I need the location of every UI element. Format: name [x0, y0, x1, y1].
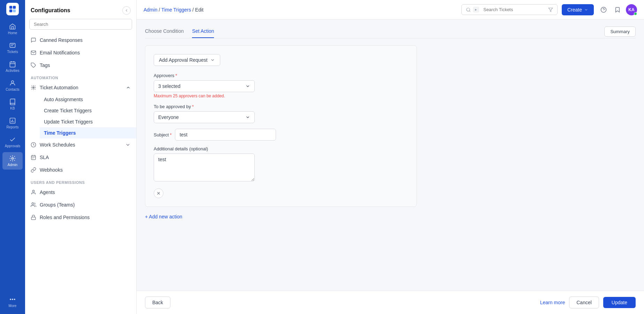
back-button[interactable]: Back: [145, 297, 170, 308]
breadcrumb-time-triggers[interactable]: Time Triggers: [161, 7, 191, 13]
sidebar-child-auto-assignments[interactable]: Auto Assignments: [40, 94, 136, 105]
home-icon: [9, 23, 16, 30]
sidebar-item-admin[interactable]: Admin: [2, 152, 23, 170]
agents-label: Agents: [40, 189, 55, 195]
groups-teams-label: Groups (Teams): [40, 202, 75, 208]
bookmark-button[interactable]: [612, 4, 623, 15]
subject-required-star: *: [170, 132, 171, 137]
breadcrumb-edit: Edit: [195, 7, 204, 13]
tab-set-action[interactable]: Set Action: [192, 28, 214, 38]
email-notifications-label: Email Notifications: [40, 50, 80, 55]
subject-label: Subject *: [154, 132, 171, 137]
additional-details-field: Additional details (optional) test: [154, 146, 408, 183]
cancel-button[interactable]: Cancel: [569, 297, 599, 308]
activities-icon: [9, 61, 16, 68]
admin-icon: [9, 155, 16, 162]
action-select-chevron-icon: [210, 58, 215, 62]
sidebar-item-webhooks[interactable]: Webhooks: [25, 164, 136, 176]
sidebar-child-time-triggers[interactable]: Time Triggers: [40, 127, 136, 139]
tab-choose-condition[interactable]: Choose Condition: [145, 28, 184, 38]
search-mode-badge[interactable]: ▸: [473, 7, 479, 13]
to-be-approved-label: To be approved by *: [154, 104, 408, 109]
svg-rect-5: [10, 62, 15, 67]
sidebar-search-input[interactable]: [29, 19, 132, 30]
breadcrumb-sep2: /: [192, 7, 195, 13]
search-icon: [466, 7, 471, 12]
additional-details-textarea[interactable]: test: [154, 154, 255, 181]
footer: Back Learn more Cancel Update: [137, 291, 644, 314]
help-button[interactable]: [598, 4, 609, 15]
sidebar-item-tickets[interactable]: Tickets: [2, 39, 23, 57]
page-content: Choose Condition Set Action Summary Add …: [137, 20, 644, 291]
tickets-label: Tickets: [7, 50, 18, 54]
svg-point-13: [33, 87, 34, 88]
learn-more-link[interactable]: Learn more: [540, 300, 565, 305]
work-schedules-left: Work Schedules: [31, 142, 75, 148]
topbar: Admin / Time Triggers / Edit ▸ Create: [137, 0, 644, 20]
sidebar-item-more[interactable]: More: [2, 293, 23, 311]
activities-label: Activities: [6, 69, 19, 73]
ticket-automation-parent-left: Ticket Automation: [31, 85, 78, 90]
close-action-button[interactable]: [154, 188, 163, 198]
webhooks-icon: [31, 167, 36, 173]
approvers-label: Approvers *: [154, 73, 408, 78]
canned-responses-icon: [31, 37, 36, 43]
admin-label: Admin: [8, 163, 17, 167]
approvers-select[interactable]: 3 selected: [154, 80, 255, 92]
sidebar-item-reports[interactable]: Reports: [2, 114, 23, 132]
topbar-search-input[interactable]: [483, 7, 546, 12]
tabs-container: Choose Condition Set Action Summary: [145, 28, 636, 38]
sidebar-item-home[interactable]: Home: [2, 20, 23, 38]
roles-permissions-icon: [31, 215, 36, 220]
left-navigation: Home Tickets Activities Contacts KB: [0, 0, 25, 314]
subject-inline: Subject *: [154, 129, 408, 141]
breadcrumb: Admin / Time Triggers / Edit: [144, 7, 204, 13]
svg-rect-1: [13, 6, 16, 9]
summary-button[interactable]: Summary: [604, 27, 636, 37]
create-button[interactable]: Create: [562, 4, 594, 15]
svg-point-19: [467, 8, 470, 11]
form-card: Add Approval Request Approvers * 3 selec…: [145, 45, 417, 207]
sidebar-collapse-button[interactable]: [122, 6, 131, 15]
filter-icon[interactable]: [548, 7, 553, 12]
sidebar-item-groups-teams[interactable]: Groups (Teams): [25, 199, 136, 211]
sidebar-item-kb[interactable]: KB: [2, 96, 23, 113]
subject-input[interactable]: [175, 129, 276, 141]
sidebar-item-sla[interactable]: SLA: [25, 151, 136, 164]
canned-responses-label: Canned Responses: [40, 37, 83, 43]
action-select-dropdown[interactable]: Add Approval Request: [154, 54, 220, 66]
sidebar-item-approvals[interactable]: Approvals: [2, 133, 23, 151]
subject-field: Subject *: [154, 129, 408, 141]
sidebar-item-agents[interactable]: Agents: [25, 186, 136, 199]
ticket-automation-icon: [31, 85, 36, 90]
sidebar-child-update-ticket-triggers[interactable]: Update Ticket Triggers: [40, 116, 136, 127]
sidebar-item-canned-responses[interactable]: Canned Responses: [25, 34, 136, 46]
approvers-required-star: *: [175, 73, 177, 78]
svg-point-16: [32, 190, 34, 192]
add-action-button[interactable]: + Add new action: [145, 210, 636, 224]
sidebar-item-activities[interactable]: Activities: [2, 58, 23, 75]
ticket-automation-parent[interactable]: Ticket Automation: [25, 81, 136, 94]
bookmark-icon: [614, 7, 621, 13]
sidebar-item-contacts[interactable]: Contacts: [2, 77, 23, 94]
sidebar-child-create-ticket-triggers[interactable]: Create Ticket Triggers: [40, 105, 136, 116]
breadcrumb-admin[interactable]: Admin: [144, 7, 158, 13]
groups-teams-icon: [31, 202, 36, 208]
webhooks-label: Webhooks: [40, 167, 63, 173]
avatar[interactable]: KA: [626, 4, 637, 15]
svg-point-8: [12, 158, 14, 159]
sidebar-item-work-schedules[interactable]: Work Schedules: [25, 139, 136, 151]
automation-group: Ticket Automation Auto Assignments Creat…: [25, 81, 136, 139]
approvals-label: Approvals: [5, 144, 20, 148]
sidebar-item-email-notifications[interactable]: Email Notifications: [25, 46, 136, 59]
home-label: Home: [8, 31, 17, 35]
to-be-approved-select[interactable]: Everyone: [154, 111, 255, 123]
sidebar-item-roles-permissions[interactable]: Roles and Permissions: [25, 211, 136, 224]
email-notifications-icon: [31, 50, 36, 55]
app-logo[interactable]: [6, 3, 19, 15]
tickets-icon: [9, 42, 16, 49]
update-button[interactable]: Update: [603, 297, 636, 308]
svg-marker-20: [549, 8, 553, 12]
main-content: Admin / Time Triggers / Edit ▸ Create: [137, 0, 644, 314]
sidebar-item-tags[interactable]: Tags: [25, 59, 136, 72]
